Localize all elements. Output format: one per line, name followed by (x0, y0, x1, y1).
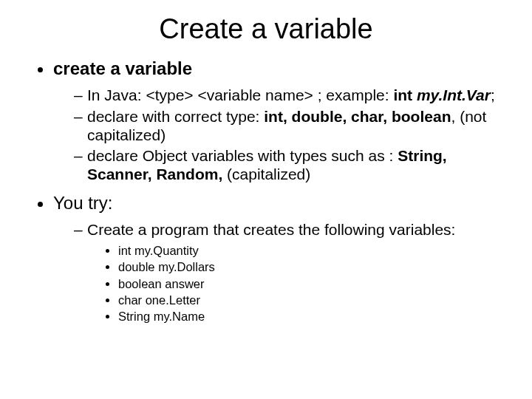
bullet-label: create a variable (53, 58, 192, 78)
subbullet-primitive-types: declare with correct type: int, double, … (74, 108, 505, 145)
text-bold: int, double, char, boolean (264, 108, 451, 125)
subbullet-create-program: Create a program that creates the follow… (74, 221, 505, 324)
bullet-list-level1: create a variable In Java: <type> <varia… (27, 58, 505, 324)
bullet-you-try: You try: Create a program that creates t… (53, 193, 505, 324)
bullet-list-level2: In Java: <type> <variable name> ; exampl… (53, 86, 505, 184)
bullet-list-level2: Create a program that creates the follow… (53, 221, 505, 324)
text-italic: my.Int.Var (417, 86, 491, 103)
subbullet-java-syntax: In Java: <type> <variable name> ; exampl… (74, 86, 505, 105)
text: declare Object variables with types such… (87, 147, 398, 164)
var-item: String my.Name (118, 310, 505, 324)
text: Create a program that creates the follow… (87, 221, 455, 238)
var-item: double my.Dollars (118, 260, 505, 274)
slide-title: Create a variable (27, 13, 505, 45)
slide: Create a variable create a variable In J… (0, 0, 532, 399)
text: (capitalized) (222, 166, 310, 183)
text: declare with correct type: (87, 108, 264, 125)
text: In Java: <type> <variable name> ; exampl… (87, 86, 393, 103)
bullet-create-variable: create a variable In Java: <type> <varia… (53, 58, 505, 184)
bullet-label: You try: (53, 193, 113, 213)
text-bold: int (393, 86, 412, 103)
var-item: boolean answer (118, 277, 505, 291)
bullet-list-level3: int my.Quantity double my.Dollars boolea… (87, 244, 505, 324)
var-item: char one.Letter (118, 293, 505, 307)
subbullet-object-types: declare Object variables with types such… (74, 147, 505, 184)
var-item: int my.Quantity (118, 244, 505, 258)
text: ; (491, 86, 495, 103)
